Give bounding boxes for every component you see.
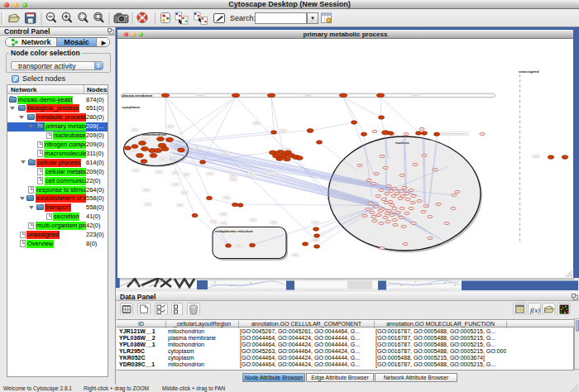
svg-text:cytoplasm: cytoplasm bbox=[122, 105, 141, 109]
svg-text:nucleus: nucleus bbox=[395, 141, 409, 145]
svg-text:f(x): f(x) bbox=[530, 306, 540, 314]
svg-text:plasma membrane: plasma membrane bbox=[122, 93, 153, 98]
svg-text:unassigned: unassigned bbox=[519, 69, 539, 74]
svg-text:mitochondrion: mitochondrion bbox=[142, 132, 167, 136]
svg-text:endoplasmic reticulum: endoplasmic reticulum bbox=[215, 229, 253, 233]
